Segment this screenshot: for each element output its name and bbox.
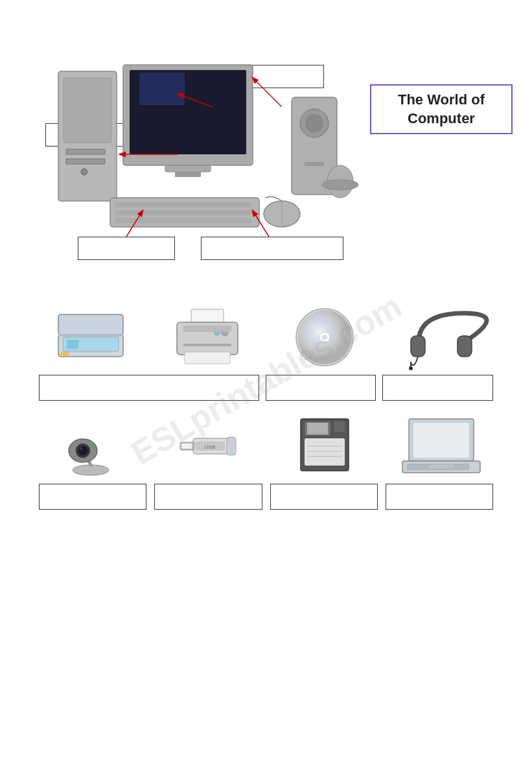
svg-rect-67 (334, 421, 345, 432)
floppy-cell (266, 414, 383, 479)
label-floppy[interactable] (270, 484, 378, 510)
svg-point-43 (322, 335, 327, 340)
svg-rect-39 (183, 326, 231, 332)
svg-point-53 (90, 444, 94, 447)
svg-point-47 (409, 366, 413, 370)
svg-line-23 (253, 78, 282, 107)
svg-rect-35 (183, 344, 231, 346)
label-scanner-printer[interactable] (39, 375, 259, 401)
label-usb[interactable] (154, 484, 262, 510)
svg-point-12 (305, 114, 323, 132)
computer-illustration (52, 58, 363, 240)
headphones-cell (383, 305, 500, 370)
row1-icons (13, 305, 519, 370)
page: ESLprintables.com The World of Computer (0, 0, 532, 758)
row2-icons: USB (13, 414, 519, 479)
row1-labels (13, 375, 519, 401)
svg-rect-58 (181, 444, 192, 449)
svg-rect-32 (58, 334, 123, 337)
svg-rect-69 (413, 423, 469, 458)
svg-rect-15 (115, 202, 251, 207)
svg-rect-13 (305, 162, 324, 166)
label-box-5[interactable] (201, 237, 343, 260)
svg-rect-17 (115, 218, 251, 223)
svg-rect-7 (139, 73, 185, 105)
svg-rect-72 (428, 464, 454, 469)
svg-rect-45 (457, 336, 472, 357)
svg-point-21 (322, 180, 358, 190)
svg-point-52 (80, 447, 82, 450)
svg-rect-36 (185, 352, 230, 364)
svg-rect-66 (307, 423, 328, 434)
webcam-cell (32, 414, 149, 479)
webcam-icon (52, 414, 130, 479)
cd-icon (286, 305, 364, 370)
usb-icon: USB (168, 414, 246, 479)
svg-point-4 (81, 169, 87, 175)
svg-rect-59 (227, 437, 236, 455)
cd-cell (266, 305, 383, 370)
floppy-icon (286, 414, 364, 479)
headphones-icon (402, 305, 480, 370)
svg-point-51 (78, 446, 87, 455)
svg-rect-30 (67, 340, 78, 349)
svg-rect-28 (58, 314, 123, 335)
title-box: The World of Computer (370, 84, 513, 134)
scanner-icon (52, 305, 130, 370)
svg-text:USB: USB (205, 444, 215, 450)
svg-rect-8 (165, 165, 211, 172)
laptop-cell (383, 414, 500, 479)
laptop-icon (402, 414, 480, 479)
usb-cell: USB (149, 414, 266, 479)
svg-rect-3 (66, 159, 105, 164)
label-box-4[interactable] (78, 237, 175, 260)
svg-rect-1 (64, 78, 111, 143)
svg-rect-9 (175, 172, 201, 177)
label-headphones[interactable] (382, 375, 493, 401)
svg-rect-44 (411, 336, 425, 357)
printer-cell (149, 305, 266, 370)
title-line2: Computer (408, 110, 475, 126)
scanner-cell (32, 305, 149, 370)
computer-section (13, 39, 519, 285)
label-webcam[interactable] (39, 484, 146, 510)
label-laptop[interactable] (386, 484, 493, 510)
svg-rect-2 (66, 149, 105, 154)
row2-labels (13, 484, 519, 510)
svg-rect-31 (60, 352, 69, 355)
svg-rect-16 (115, 210, 251, 215)
printer-icon (168, 305, 246, 370)
label-cd[interactable] (266, 375, 376, 401)
title-line1: The World of (398, 91, 485, 108)
